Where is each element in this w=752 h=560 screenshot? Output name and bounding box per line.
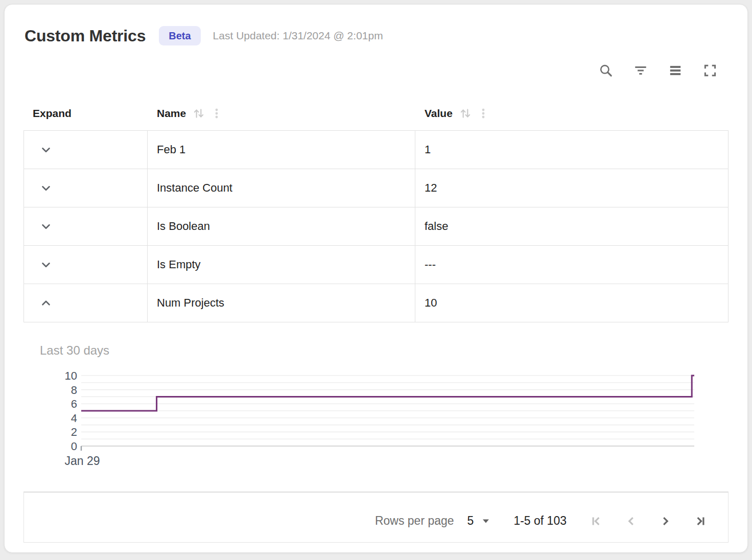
rows-per-page-select[interactable]: 5 <box>467 514 490 528</box>
column-header-expand: Expand <box>24 107 148 120</box>
page-title: Custom Metrics <box>25 27 146 45</box>
expand-cell <box>24 169 148 207</box>
chevron-down-icon <box>39 258 53 271</box>
y-tick-label: 0 <box>71 440 77 453</box>
x-tick-label: Jan 29 <box>64 454 100 468</box>
rows-per-page-label: Rows per page <box>375 514 454 528</box>
name-cell: Is Boolean <box>148 207 415 245</box>
metrics-table: Expand Name Value <box>24 97 729 322</box>
column-label: Value <box>425 107 453 120</box>
metric-step-line <box>81 376 694 411</box>
y-tick-label: 4 <box>71 412 77 425</box>
column-label: Name <box>157 107 186 120</box>
table-toolbar <box>5 60 721 81</box>
density-icon <box>668 63 683 78</box>
first-page-icon <box>589 514 604 529</box>
custom-metrics-card: Custom Metrics Beta Last Updated: 1/31/2… <box>4 4 748 553</box>
y-tick-label: 8 <box>71 384 77 396</box>
name-cell: Is Empty <box>148 246 415 284</box>
last-page-button[interactable] <box>688 509 713 533</box>
chevron-left-icon <box>623 514 639 529</box>
name-cell: Num Projects <box>148 284 415 322</box>
table-header-row: Expand Name Value <box>24 97 729 130</box>
table-body: Feb 11Instance Count12Is BooleanfalseIs … <box>24 130 729 322</box>
beta-badge: Beta <box>159 26 200 45</box>
previous-page-button[interactable] <box>619 509 643 533</box>
chevron-down-icon <box>39 181 53 195</box>
filter-icon <box>633 63 648 78</box>
y-tick-label: 10 <box>65 372 77 382</box>
table-row: Is Empty--- <box>24 245 729 284</box>
name-cell: Instance Count <box>148 169 415 207</box>
expand-cell <box>24 284 148 322</box>
expand-row-button[interactable] <box>39 181 53 195</box>
table-row: Is Booleanfalse <box>24 207 729 245</box>
fullscreen-icon <box>702 63 718 78</box>
y-tick-label: 6 <box>71 398 77 410</box>
expanded-row-chart-section: Last 30 days 0246810Jan 29 <box>24 343 729 471</box>
column-header-value[interactable]: Value <box>415 107 729 120</box>
chevron-up-icon <box>39 296 53 310</box>
chart-canvas: 0246810Jan 29 <box>54 372 703 469</box>
value-cell: 1 <box>415 131 729 169</box>
chevron-down-icon <box>39 143 53 156</box>
pagination-range-label: 1-5 of 103 <box>513 514 567 528</box>
chevron-right-icon <box>658 514 673 529</box>
first-page-button[interactable] <box>584 509 608 533</box>
next-page-button[interactable] <box>653 509 678 533</box>
filter-button[interactable] <box>630 60 651 81</box>
density-button[interactable] <box>665 60 686 81</box>
sort-icon[interactable] <box>192 107 205 120</box>
expand-cell <box>24 207 148 245</box>
expand-row-button[interactable] <box>39 258 53 271</box>
table-row: Num Projects10 <box>24 284 729 322</box>
column-label: Expand <box>33 107 72 120</box>
pagination-nav <box>584 509 713 533</box>
chevron-down-icon <box>39 220 53 233</box>
expand-cell <box>24 131 148 169</box>
sort-icon[interactable] <box>459 107 472 120</box>
value-cell: 10 <box>415 284 729 322</box>
table-row: Feb 11 <box>24 130 729 169</box>
page-header: Custom Metrics Beta Last Updated: 1/31/2… <box>25 26 729 45</box>
y-tick-label: 2 <box>71 426 77 438</box>
column-header-name[interactable]: Name <box>148 107 415 120</box>
value-cell: --- <box>415 246 729 284</box>
expand-row-button[interactable] <box>39 143 53 156</box>
collapse-row-button[interactable] <box>39 296 53 310</box>
fullscreen-button[interactable] <box>699 60 721 81</box>
value-cell: 12 <box>415 169 729 207</box>
pagination-bar: Rows per page 5 1-5 of 103 <box>24 492 729 543</box>
expand-cell <box>24 246 148 284</box>
name-cell: Feb 1 <box>148 131 415 169</box>
expand-row-button[interactable] <box>39 220 53 233</box>
last-page-icon <box>693 514 708 529</box>
search-icon <box>598 63 614 78</box>
value-cell: false <box>415 207 729 245</box>
table-row: Instance Count12 <box>24 169 729 207</box>
chart-title: Last 30 days <box>40 343 729 358</box>
search-button[interactable] <box>595 60 617 81</box>
step-line-chart: 0246810Jan 29 <box>54 372 729 471</box>
kebab-menu-icon[interactable] <box>477 107 489 120</box>
caret-down-icon <box>482 518 490 524</box>
rows-per-page-value: 5 <box>467 514 474 528</box>
last-updated-text: Last Updated: 1/31/2024 @ 2:01pm <box>213 30 383 42</box>
kebab-menu-icon[interactable] <box>210 107 223 120</box>
